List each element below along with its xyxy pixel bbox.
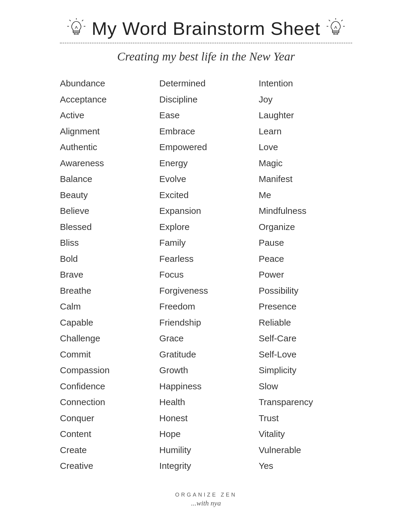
footer: ORGANIZE ZEN ...with nya — [60, 492, 352, 507]
word-item: Awareness — [60, 155, 153, 171]
word-item: Bliss — [60, 235, 153, 251]
word-column-1: AbundanceAcceptanceActiveAlignmentAuthen… — [60, 75, 153, 474]
word-item: Connection — [60, 394, 153, 410]
word-item: Intention — [259, 75, 352, 91]
word-item: Confidence — [60, 378, 153, 394]
word-item: Expansion — [159, 203, 253, 219]
word-item: Peace — [259, 251, 352, 267]
word-item: Yes — [259, 458, 352, 474]
word-item: Learn — [259, 123, 352, 139]
word-item: Fearless — [159, 251, 253, 267]
word-item: Friendship — [159, 315, 253, 331]
divider — [60, 43, 352, 43]
word-item: Possibility — [259, 283, 352, 299]
word-item: Freedom — [159, 298, 253, 315]
word-item: Grace — [159, 330, 253, 346]
word-item: Create — [60, 442, 153, 458]
word-item: Explore — [159, 219, 253, 235]
word-item: Discipline — [159, 91, 253, 108]
word-item: Health — [159, 394, 253, 410]
word-item: Embrace — [159, 123, 253, 139]
word-item: Transparency — [259, 394, 352, 410]
word-item: Pause — [259, 235, 352, 251]
word-item: Empowered — [159, 139, 253, 155]
svg-line-2 — [82, 20, 83, 21]
word-item: Acceptance — [60, 91, 153, 108]
page: My Word Brainstorm Sheet Creating my bes… — [42, 0, 370, 531]
word-column-3: IntentionJoyLaughterLearnLoveMagicManife… — [259, 75, 352, 474]
word-item: Magic — [259, 155, 352, 171]
word-column-2: DeterminedDisciplineEaseEmbraceEmpowered… — [159, 75, 253, 474]
word-item: Conquer — [60, 410, 153, 426]
word-item: Trust — [259, 410, 352, 426]
svg-line-1 — [70, 20, 71, 21]
word-item: Happiness — [159, 378, 253, 394]
word-item: Ease — [159, 107, 253, 123]
word-item: Balance — [60, 171, 153, 187]
bulb-icon-right — [325, 18, 346, 39]
word-item: Excited — [159, 187, 253, 203]
word-item: Simplicity — [259, 362, 352, 378]
word-item: Humility — [159, 442, 253, 458]
word-item: Calm — [60, 298, 153, 315]
word-item: Content — [60, 426, 153, 442]
brand-name: ORGANIZE ZEN — [60, 492, 352, 498]
word-item: Beauty — [60, 187, 153, 203]
word-item: Joy — [259, 91, 352, 108]
word-item: Family — [159, 235, 253, 251]
word-item: Bold — [60, 251, 153, 267]
word-item: Forgiveness — [159, 283, 253, 299]
word-grid: AbundanceAcceptanceActiveAlignmentAuthen… — [60, 75, 352, 474]
word-item: Focus — [159, 267, 253, 283]
word-item: Power — [259, 267, 352, 283]
bulb-icon-left — [66, 18, 87, 39]
brand-sub: ...with nya — [60, 499, 352, 507]
word-item: Vulnerable — [259, 442, 352, 458]
word-item: Love — [259, 139, 352, 155]
word-item: Honest — [159, 410, 253, 426]
subtitle: Creating my best life in the New Year — [60, 49, 352, 63]
word-item: Mindfulness — [259, 203, 352, 219]
svg-line-12 — [341, 20, 342, 21]
word-item: Vitality — [259, 426, 352, 442]
word-item: Capable — [60, 315, 153, 331]
word-item: Hope — [159, 426, 253, 442]
word-item: Presence — [259, 298, 352, 315]
word-item: Gratitude — [159, 346, 253, 363]
word-item: Brave — [60, 267, 153, 283]
word-item: Me — [259, 187, 352, 203]
word-item: Laughter — [259, 107, 352, 123]
word-item: Believe — [60, 203, 153, 219]
svg-line-11 — [329, 20, 330, 21]
word-item: Commit — [60, 346, 153, 363]
word-item: Self-Love — [259, 346, 352, 363]
word-item: Manifest — [259, 171, 352, 187]
word-item: Creative — [60, 458, 153, 474]
word-item: Organize — [259, 219, 352, 235]
word-item: Breathe — [60, 283, 153, 299]
word-item: Abundance — [60, 75, 153, 91]
word-item: Challenge — [60, 330, 153, 346]
word-item: Growth — [159, 362, 253, 378]
word-item: Alignment — [60, 123, 153, 139]
word-item: Slow — [259, 378, 352, 394]
page-title: My Word Brainstorm Sheet — [92, 18, 320, 39]
header: My Word Brainstorm Sheet — [60, 18, 352, 39]
word-item: Blessed — [60, 219, 153, 235]
word-item: Compassion — [60, 362, 153, 378]
word-item: Authentic — [60, 139, 153, 155]
word-item: Energy — [159, 155, 253, 171]
word-item: Reliable — [259, 315, 352, 331]
word-item: Determined — [159, 75, 253, 91]
word-item: Evolve — [159, 171, 253, 187]
word-item: Integrity — [159, 458, 253, 474]
word-item: Active — [60, 107, 153, 123]
word-item: Self-Care — [259, 330, 352, 346]
